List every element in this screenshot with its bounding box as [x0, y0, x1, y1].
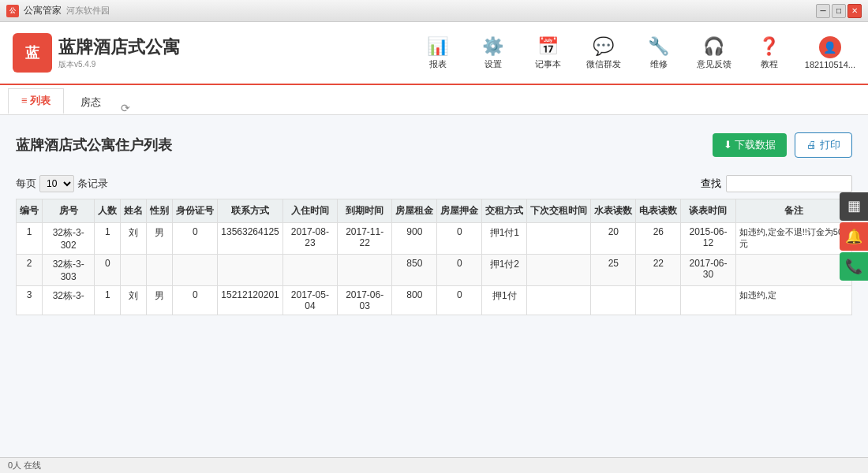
minimize-button[interactable]: ─	[816, 4, 830, 18]
title-bar-software: 河东软件园	[66, 5, 110, 17]
nav-icons: 📊 报表 ⚙️ 设置 📅 记事本 💬 微信群发 🔧 维修 🎧 意见反馈 ❓ 教程	[418, 36, 855, 70]
brand-version: 版本v5.4.9	[58, 59, 180, 70]
per-page-suffix: 条记录	[77, 177, 108, 191]
per-page-select[interactable]: 10 20 50	[39, 175, 74, 192]
table-cell: 2017-06-03	[338, 286, 392, 315]
col-nextpay: 下次交租时间	[527, 199, 591, 223]
table-cell: 男	[147, 223, 173, 255]
title-bar-text: 公寓管家	[24, 4, 62, 17]
col-electric: 电表读数	[636, 199, 681, 223]
table-cell: 0	[437, 223, 482, 255]
tab-room[interactable]: 房态	[67, 90, 114, 114]
per-page-control: 每页 10 20 50 条记录	[16, 175, 108, 192]
settings-icon: ⚙️	[482, 36, 503, 57]
col-idcard: 身份证号	[173, 199, 218, 223]
table-cell: 1	[95, 286, 121, 315]
table-cell: 850	[392, 255, 437, 286]
nav-user[interactable]: 👤 182110514...	[805, 36, 855, 69]
title-bar-left: 公 公寓管家 河东软件园	[6, 4, 110, 17]
maximize-button[interactable]: □	[832, 4, 846, 18]
table-cell	[147, 255, 173, 286]
status-bar: 0人 在线	[0, 457, 868, 473]
table-cell: 2017-06-30	[681, 255, 735, 286]
feedback-label: 意见反馈	[697, 58, 731, 70]
table-cell: 800	[392, 286, 437, 315]
search-input[interactable]	[726, 175, 852, 192]
table-cell: 押1付1	[482, 223, 527, 255]
tab-bar: ≡ 列表 房态 ⟳	[0, 85, 868, 115]
table-cell: 刘	[121, 286, 147, 315]
table-cell	[121, 255, 147, 286]
table-cell: 押1付2	[482, 255, 527, 286]
per-page-label: 每页	[16, 177, 36, 191]
col-rent: 房屋租金	[392, 199, 437, 223]
phone-button[interactable]: 📞	[840, 252, 868, 281]
nav-feedback[interactable]: 🎧 意见反馈	[694, 36, 734, 70]
table-cell	[338, 255, 392, 286]
nav-wechat[interactable]: 💬 微信群发	[584, 36, 623, 70]
print-button[interactable]: 🖨 打印	[795, 132, 852, 158]
nav-report[interactable]: 📊 报表	[418, 36, 458, 70]
calendar-icon: 📅	[537, 36, 559, 57]
table-cell: 1	[17, 223, 43, 255]
table-cell	[218, 255, 282, 286]
table-cell	[591, 286, 636, 315]
nav-settings[interactable]: ⚙️ 设置	[473, 36, 513, 70]
table-row[interactable]: 232栋-3-30308500押1付225222017-06-30	[17, 255, 852, 286]
title-bar: 公 公寓管家 河东软件园 ─ □ ✕	[0, 0, 868, 22]
table-cell: 0	[437, 286, 482, 315]
tab-list[interactable]: ≡ 列表	[8, 88, 64, 114]
col-water: 水表读数	[591, 199, 636, 223]
table-cell: 押1付	[482, 286, 527, 315]
col-talkdate: 谈表时间	[681, 199, 735, 223]
wechat-icon: 💬	[593, 36, 614, 57]
col-name: 姓名	[121, 199, 147, 223]
table-cell	[735, 255, 851, 286]
close-button[interactable]: ✕	[847, 4, 862, 18]
table-header-row: 编号 房号 人数 姓名 性别 身份证号 联系方式 入住时间 到期时间 房屋租金 …	[17, 199, 852, 223]
app-logo: 公	[6, 5, 19, 17]
maintenance-icon: 🔧	[648, 36, 669, 57]
col-count: 人数	[95, 199, 121, 223]
nav-maintenance[interactable]: 🔧 维修	[639, 36, 679, 70]
table-cell	[636, 286, 681, 315]
col-checkin: 入住时间	[282, 199, 337, 223]
download-button[interactable]: ⬇ 下载数据	[713, 133, 788, 157]
table-cell: 0	[437, 255, 482, 286]
feedback-icon: 🎧	[703, 36, 724, 57]
table-cell: 男	[147, 286, 173, 315]
qr-button[interactable]: ▦	[840, 192, 868, 221]
table-cell: 32栋-3-	[43, 286, 95, 315]
table-cell: 0	[173, 286, 218, 315]
content-area: 蓝牌酒店式公寓住户列表 ⬇ 下载数据 🖨 打印 每页 10 20 50 条记录 …	[0, 115, 868, 473]
controls-row: 每页 10 20 50 条记录 查找	[16, 175, 852, 192]
brand-icon: 蓝	[13, 33, 52, 73]
table-cell: 1	[95, 223, 121, 255]
table-row[interactable]: 132栋-3-3021刘男0135632641252017-08-232017-…	[17, 223, 852, 255]
table-row[interactable]: 332栋-3-1刘男0152121202012017-05-042017-06-…	[17, 286, 852, 315]
page-header: 蓝牌酒店式公寓住户列表 ⬇ 下载数据 🖨 打印	[16, 125, 852, 166]
nav-tutorial[interactable]: ❓ 教程	[750, 36, 789, 70]
search-box: 查找	[701, 175, 852, 192]
nav-calendar[interactable]: 📅 记事本	[529, 36, 568, 70]
brand-name: 蓝牌酒店式公寓	[58, 35, 180, 59]
page-actions: ⬇ 下载数据 🖨 打印	[713, 132, 852, 158]
user-label: 182110514...	[805, 60, 855, 69]
col-deposit: 房屋押金	[437, 199, 482, 223]
col-note: 备注	[735, 199, 851, 223]
table-cell: 2017-11-22	[338, 223, 392, 255]
maintenance-label: 维修	[650, 58, 668, 70]
table-cell: 13563264125	[218, 223, 282, 255]
search-label: 查找	[701, 177, 721, 191]
bell-button[interactable]: 🔔	[840, 222, 868, 251]
table-cell: 2015-06-12	[681, 223, 735, 255]
table-cell: 如违约,定	[735, 286, 851, 315]
table-cell	[173, 255, 218, 286]
col-id: 编号	[17, 199, 43, 223]
table-cell: 20	[591, 223, 636, 255]
window-controls: ─ □ ✕	[816, 4, 862, 18]
refresh-icon[interactable]: ⟳	[121, 102, 130, 114]
brand-text: 蓝牌酒店式公寓 版本v5.4.9	[58, 35, 180, 70]
table-cell: 25	[591, 255, 636, 286]
col-expire: 到期时间	[338, 199, 392, 223]
